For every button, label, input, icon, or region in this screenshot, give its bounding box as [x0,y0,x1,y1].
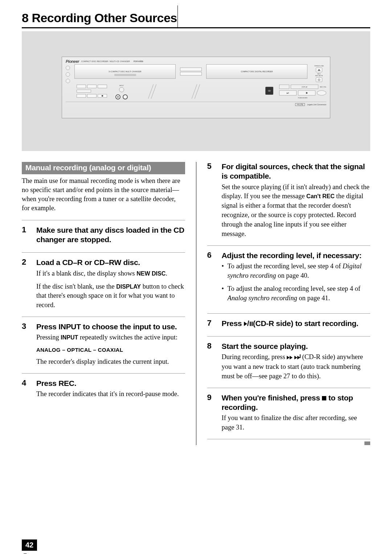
open-close-label: OPEN/CLOSE [314,65,324,67]
open-close-button [316,68,322,72]
brand-logo: Pioneer [66,59,79,64]
step-number: 6 [207,251,215,307]
push-enter-label: PUSH ENTER [279,97,326,99]
hires-badge: HI-LITE [295,103,305,106]
step-body-text: Set the source playing (if it isn't alre… [222,183,371,239]
knob-2 [123,94,128,99]
input-chain: ANALOG – OPTICAL – COAXIAL [36,346,185,354]
display-button-label: DISPLAY [291,85,318,89]
legato-label: Legato Link Conversion [307,103,326,106]
step-7: 7 Press / (CD-R side) to start recording… [207,313,371,336]
step-number: 5 [207,162,215,239]
section-banner: Manual recording (analog or digital) [22,162,185,174]
step-number: 3 [22,322,30,367]
page-number: 42 [22,539,37,551]
fast-forward-icon [287,353,293,362]
step-5: 5 For digital sources, check that the si… [207,162,371,245]
content-columns: Manual recording (analog or digital) The… [22,162,370,445]
step-heading: Make sure that any discs loaded in the C… [36,225,185,245]
stop-icon [322,396,326,400]
step-heading: When you're finished, press to stop reco… [222,393,371,412]
step-heading: Adjust the recording level, if necessary… [222,251,371,260]
step-8: 8 Start the source playing. During recor… [207,336,371,388]
step-heading: For digital sources, check that the sign… [222,162,371,181]
step-4: 4 Press REC. The recorder indicates that… [22,373,185,406]
step-heading: Load a CD–R or CD–RW disc. [36,258,185,267]
step-heading: Press / (CD-R side) to start recording. [222,319,371,328]
step-heading: Press INPUT to choose the input to use. [36,322,185,331]
step-number: 9 [207,393,215,432]
language-code: En [23,552,370,554]
step-number: 1 [22,225,30,246]
header-divider [177,5,178,27]
step-number: 7 [207,319,215,330]
step-body-text: To adjust the recording level, see step … [222,262,371,303]
intro-text: The main use for manual recording mode i… [22,176,185,213]
device-illustration-area: Pioneer COMPACT DISC RECORDER / MULTI-CD… [22,31,370,151]
device-model: PDR-W839 [134,60,143,62]
step-number: 4 [22,379,30,399]
disc-indicator-3 [66,79,70,83]
disc-indicator-2 [66,72,70,77]
end-rule [207,439,371,439]
rec-vol-label: REC VOL [320,86,326,88]
step-2: 2 Load a CD–R or CD–RW disc. If it's a b… [22,252,185,317]
step-9: 9 When you're finished, press to stop re… [207,388,371,439]
jog-dial [317,90,326,95]
stop-button-device [298,90,315,95]
input-label: INPUT [111,85,132,86]
step-body-text: During recording, press (CD-R side) anyw… [222,353,371,381]
next-track-icon [294,353,301,362]
chapter-title: 8 Recording Other Sources [22,11,370,27]
play-icon [244,322,247,326]
device-front-panel: Pioneer COMPACT DISC RECORDER / MULTI-CD… [62,57,330,118]
rec-knob [115,94,121,99]
step-body-text: If it's a blank disc, the display shows … [36,269,185,310]
step-body-text: The recorder indicates that it's in reco… [36,390,185,399]
recorder-tray: COMPACT DISC DIGITAL RECORDER [206,64,307,79]
step-number: 2 [22,258,30,310]
chapter-header: 8 Recording Other Sources [22,11,370,28]
column-divider [196,162,196,445]
rec-mute-button [316,77,322,82]
play-pause-button: ▶Ⅱ [279,90,297,95]
display-windows [180,64,202,79]
step-body-text: Pressing INPUT repeatedly switches the a… [36,333,185,367]
step-heading: Press REC. [36,379,185,388]
step-number: 8 [207,342,215,381]
cd-logo-icon: CD [265,87,273,95]
front-slash-decor: CD [136,85,275,98]
step-1: 1 Make sure that any discs loaded in the… [22,220,185,253]
page-footer: 42 En [22,445,370,554]
step-body-text: If you want to finalize the disc after r… [222,414,371,432]
step-heading: Start the source playing. [222,342,371,351]
changer-tray: 3-COMPACT DISC MULTI CHANGER [74,64,176,79]
right-column: 5 For digital sources, check that the si… [207,162,371,445]
device-subtitle: COMPACT DISC RECORDER / MULTI-CD CHANGER [81,60,130,62]
left-column: Manual recording (analog or digital) The… [22,162,185,445]
rec-mute-label: REC/ REC MUTE [315,73,323,77]
disc-indicator-1 [66,66,70,70]
input-selector-knob [119,87,124,92]
step-6: 6 Adjust the recording level, if necessa… [207,245,371,313]
section-end-marker [364,441,370,445]
step-3: 3 Press INPUT to choose the input to use… [22,317,185,373]
